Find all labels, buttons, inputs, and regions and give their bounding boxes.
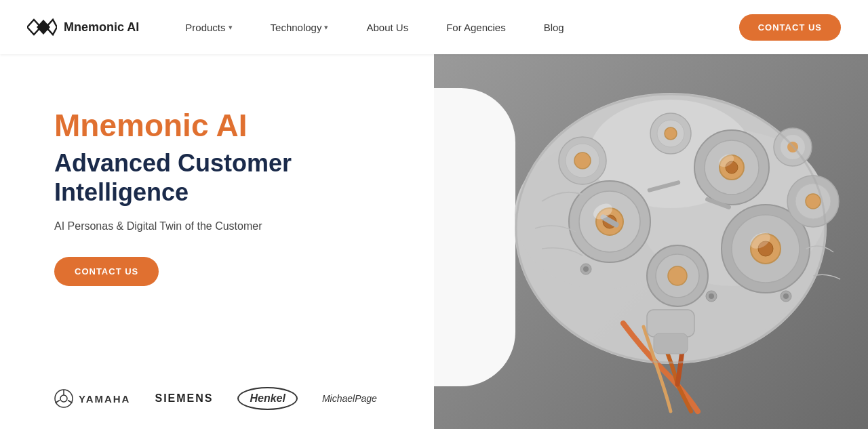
svg-point-32 (668, 266, 687, 285)
yamaha-icon (54, 389, 73, 408)
nav-item-blog[interactable]: Blog (525, 0, 583, 54)
navbar: Mnemonic AI Products ▾ Technology ▾ Abou… (0, 0, 868, 54)
hero-left: Mnemonic AI Advanced Customer Intelligen… (0, 54, 434, 429)
svg-point-29 (665, 127, 677, 140)
hero-card: Mnemonic AI Advanced Customer Intelligen… (54, 81, 407, 313)
svg-point-43 (583, 266, 589, 272)
nav-links: Products ▾ Technology ▾ About Us For Age… (166, 0, 738, 54)
hero-right (434, 54, 868, 429)
hero-description: AI Personas & Digital Twin of the Custom… (54, 220, 366, 232)
nav-item-products[interactable]: Products ▾ (166, 0, 251, 54)
robot-brain-illustration (474, 66, 867, 418)
logo-link[interactable]: Mnemonic AI (27, 17, 139, 37)
logos-strip: YAMAHA SIEMENS Henkel MichaelPage (0, 368, 461, 429)
henkel-logo: Henkel (237, 387, 297, 410)
hero-contact-us-button[interactable]: CONTACT US (54, 257, 159, 286)
svg-point-45 (709, 293, 714, 299)
nav-contact-us-button[interactable]: CONTACT US (739, 14, 841, 41)
products-chevron-icon: ▾ (229, 23, 233, 32)
hero-section: Mnemonic AI Advanced Customer Intelligen… (0, 54, 868, 429)
svg-rect-52 (654, 333, 688, 354)
svg-point-4 (60, 395, 67, 402)
nav-item-agencies[interactable]: For Agencies (427, 0, 525, 54)
svg-point-35 (806, 194, 821, 209)
hero-brand-title: Mnemonic AI (54, 108, 366, 143)
logo-text: Mnemonic AI (64, 20, 139, 35)
svg-marker-1 (37, 20, 50, 35)
yamaha-logo: YAMAHA (54, 389, 130, 408)
hero-subtitle: Advanced Customer Intelligence (54, 148, 366, 207)
logo-icon (27, 17, 57, 37)
svg-rect-51 (647, 310, 694, 337)
nav-item-technology[interactable]: Technology ▾ (252, 0, 348, 54)
svg-point-26 (574, 152, 591, 169)
siemens-logo: SIEMENS (155, 392, 213, 405)
nav-item-about[interactable]: About Us (347, 0, 427, 54)
michaelpage-logo: MichaelPage (322, 393, 377, 404)
technology-chevron-icon: ▾ (324, 23, 328, 32)
svg-point-47 (783, 293, 789, 299)
